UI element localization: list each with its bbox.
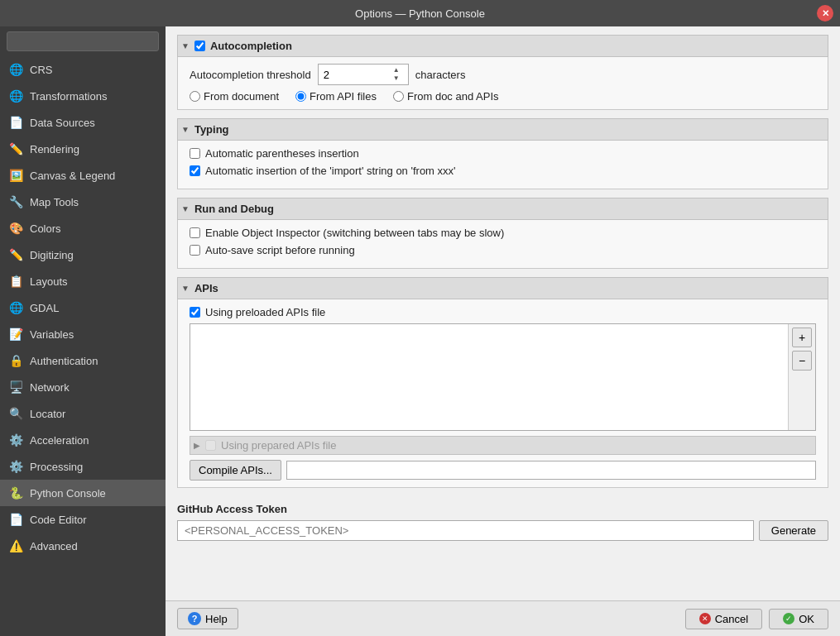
data-sources-icon: 📄	[8, 115, 23, 130]
object-inspector-row[interactable]: Enable Object Inspector (switching betwe…	[190, 227, 816, 239]
using-prepared-label: Using prepared APIs file	[221, 439, 336, 452]
arrow-right-icon: ▶	[194, 441, 200, 450]
auto-import-label: Automatic insertion of the 'import' stri…	[205, 165, 456, 177]
apis-section: ▼ APIs Using preloaded APIs file +	[177, 277, 828, 488]
object-inspector-checkbox[interactable]	[190, 227, 200, 238]
autocompletion-header[interactable]: ▼ Autocompletion	[177, 35, 828, 57]
threshold-input[interactable]	[324, 69, 390, 81]
apis-title: APIs	[194, 282, 218, 294]
autocompletion-content: Autocompletion threshold ▲ ▼ characters	[177, 57, 828, 110]
run-debug-content: Enable Object Inspector (switching betwe…	[177, 220, 828, 269]
sidebar-item-label: Colors	[30, 222, 61, 235]
sidebar-item-transformations[interactable]: 🌐Transformations	[0, 83, 166, 109]
auto-parens-checkbox[interactable]	[190, 148, 200, 159]
sidebar-item-code-editor[interactable]: 📄Code Editor	[0, 506, 166, 533]
sidebar-item-canvas-legend[interactable]: 🖼️Canvas & Legend	[0, 162, 166, 189]
sidebar-item-locator[interactable]: 🔍Locator	[0, 400, 166, 427]
sidebar-item-data-sources[interactable]: 📄Data Sources	[0, 109, 166, 136]
titlebar: Options — Python Console ✕	[0, 0, 840, 26]
auto-parens-row[interactable]: Automatic parentheses insertion	[190, 147, 816, 160]
using-prepared-checkbox[interactable]	[205, 440, 216, 451]
compile-button[interactable]: Compile APIs...	[190, 460, 281, 481]
ok-label: OK	[799, 613, 814, 625]
using-preloaded-label: Using preloaded APIs file	[205, 306, 325, 318]
footer: ? Help ✕ Cancel ✓ OK	[166, 600, 840, 636]
sidebar-item-advanced[interactable]: ⚠️Advanced	[0, 533, 166, 559]
search-input[interactable]	[7, 31, 159, 51]
sidebar-item-network[interactable]: 🖥️Network	[0, 374, 166, 400]
sidebar-item-processing[interactable]: ⚙️Processing	[0, 453, 166, 480]
typing-section: ▼ Typing Automatic parentheses insertion…	[177, 118, 828, 189]
content-area: ▼ Autocompletion Autocompletion threshol…	[166, 26, 840, 636]
sidebar-item-acceleration[interactable]: ⚙️Acceleration	[0, 427, 166, 453]
advanced-icon: ⚠️	[8, 538, 23, 553]
colors-icon: 🎨	[8, 221, 23, 236]
sidebar-item-label: GDAL	[30, 302, 59, 314]
processing-icon: ⚙️	[8, 459, 23, 474]
sidebar-item-variables[interactable]: 📝Variables	[0, 321, 166, 347]
api-file-list: + −	[190, 323, 816, 431]
auto-parens-label: Automatic parentheses insertion	[205, 147, 359, 160]
sidebar-item-authentication[interactable]: 🔒Authentication	[0, 347, 166, 374]
sidebar-item-rendering[interactable]: ✏️Rendering	[0, 136, 166, 162]
footer-right: ✕ Cancel ✓ OK	[685, 609, 828, 629]
python-console-icon: 🐍	[8, 485, 23, 500]
using-preloaded-checkbox[interactable]	[190, 307, 200, 318]
sidebar-item-digitizing[interactable]: ✏️Digitizing	[0, 241, 166, 268]
generate-button[interactable]: Generate	[759, 520, 828, 541]
sidebar-item-label: Transformations	[30, 90, 107, 103]
sidebar-item-crs[interactable]: 🌐CRS	[0, 56, 166, 83]
sidebar-item-label: Canvas & Legend	[30, 170, 115, 182]
sidebar-item-gdal[interactable]: 🌐GDAL	[0, 294, 166, 321]
sidebar-item-label: Python Console	[30, 487, 106, 500]
sidebar-item-label: Authentication	[30, 355, 98, 367]
run-debug-header[interactable]: ▼ Run and Debug	[177, 198, 828, 220]
sidebar-item-label: Layouts	[30, 275, 68, 288]
sidebar-item-label: Network	[30, 381, 70, 394]
apis-header[interactable]: ▼ APIs	[177, 277, 828, 299]
help-label: Help	[205, 613, 228, 625]
ok-button[interactable]: ✓ OK	[769, 609, 828, 629]
arrow-icon: ▼	[181, 41, 190, 50]
sidebar-item-label: Advanced	[30, 540, 78, 552]
spin-down[interactable]: ▼	[393, 74, 400, 83]
close-button[interactable]: ✕	[817, 5, 833, 22]
sidebar-item-python-console[interactable]: 🐍Python Console	[0, 480, 166, 506]
cancel-button[interactable]: ✕ Cancel	[685, 609, 762, 629]
typing-header[interactable]: ▼ Typing	[177, 118, 828, 141]
sidebar-item-layouts[interactable]: 📋Layouts	[0, 268, 166, 294]
help-icon: ?	[188, 612, 201, 625]
using-preloaded-row[interactable]: Using preloaded APIs file	[190, 306, 816, 318]
compile-row: Compile APIs...	[190, 460, 816, 481]
help-button[interactable]: ? Help	[177, 608, 238, 629]
sidebar-item-colors[interactable]: 🎨Colors	[0, 215, 166, 241]
compile-input[interactable]	[286, 461, 816, 480]
autocompletion-checkbox[interactable]	[194, 41, 205, 51]
variables-icon: 📝	[8, 327, 23, 342]
radio-from-doc[interactable]: From document	[190, 90, 279, 103]
remove-api-button[interactable]: −	[792, 351, 812, 371]
auto-save-checkbox[interactable]	[190, 245, 200, 256]
authentication-icon: 🔒	[8, 353, 23, 368]
using-prepared-container: ▶ Using prepared APIs file	[190, 436, 816, 455]
api-file-list-inner	[190, 324, 788, 430]
threshold-row: Autocompletion threshold ▲ ▼ characters	[190, 64, 816, 85]
radio-from-api[interactable]: From API files	[295, 90, 377, 103]
digitizing-icon: ✏️	[8, 247, 23, 262]
auto-save-row[interactable]: Auto-save script before running	[190, 244, 816, 256]
arrow-icon: ▼	[181, 204, 190, 213]
sidebar-item-label: Acceleration	[30, 434, 89, 447]
spin-up[interactable]: ▲	[393, 66, 400, 74]
cancel-icon: ✕	[699, 613, 711, 624]
sidebar-items: 🌐CRS🌐Transformations📄Data Sources✏️Rende…	[0, 56, 166, 636]
radio-from-doc-api[interactable]: From doc and APIs	[393, 90, 499, 103]
token-input[interactable]	[177, 520, 754, 541]
transformations-icon: 🌐	[8, 88, 23, 103]
auto-import-checkbox[interactable]	[190, 165, 200, 176]
auto-import-row[interactable]: Automatic insertion of the 'import' stri…	[190, 165, 816, 177]
add-api-button[interactable]: +	[792, 328, 812, 347]
ok-icon: ✓	[783, 613, 794, 624]
typing-content: Automatic parentheses insertion Automati…	[177, 141, 828, 189]
sidebar-item-map-tools[interactable]: 🔧Map Tools	[0, 189, 166, 215]
minus-icon: −	[799, 354, 805, 367]
